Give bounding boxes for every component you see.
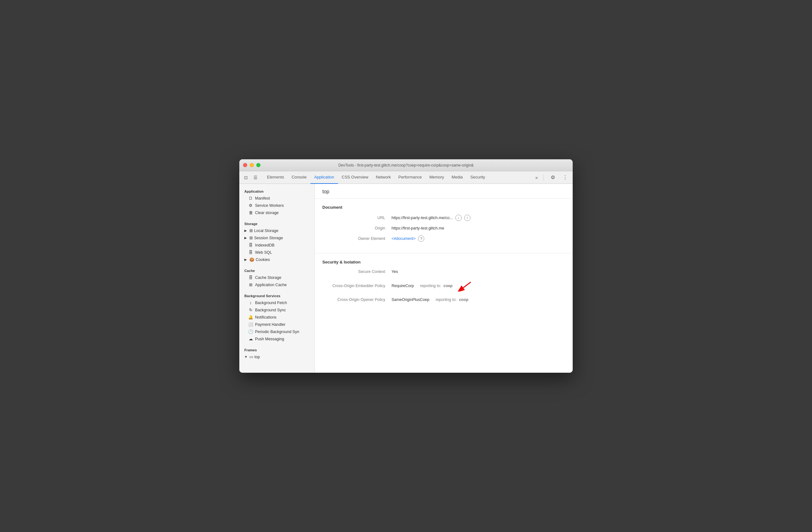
settings-button[interactable]: ⚙ — [548, 173, 557, 182]
cookies-icon: 🍪 — [249, 257, 255, 262]
sidebar-section-application: Application — [239, 186, 315, 195]
local-storage-icon: ⊞ — [249, 228, 253, 233]
tab-network[interactable]: Network — [372, 171, 395, 184]
sidebar-item-indexeddb-label: IndexedDB — [255, 243, 275, 248]
url-navigate-icon[interactable]: ↑ — [464, 215, 470, 221]
red-arrow-svg — [458, 279, 473, 292]
push-messaging-icon: ☁ — [248, 337, 253, 341]
tab-security[interactable]: Security — [467, 171, 489, 184]
sidebar-item-local-storage[interactable]: ▶ ⊞ Local Storage — [239, 227, 315, 234]
sidebar-item-session-storage-label: Session Storage — [254, 236, 283, 240]
secure-context-value-container: Yes — [392, 269, 398, 274]
sidebar-item-service-workers-label: Service Workers — [255, 204, 284, 208]
sidebar-item-notifications[interactable]: 🔔 Notifications — [239, 313, 315, 321]
tab-memory[interactable]: Memory — [425, 171, 448, 184]
origin-label: Origin — [322, 226, 392, 230]
sidebar-item-payment-handler-label: Payment Handler — [255, 322, 286, 327]
coep-label: Cross-Origin Embedder Policy — [322, 284, 392, 288]
tab-css-overview[interactable]: CSS Overview — [338, 171, 372, 184]
tab-overflow-button[interactable]: » — [534, 174, 539, 181]
security-section-title: Security & Isolation — [322, 260, 565, 264]
divider-3 — [239, 288, 315, 291]
service-workers-icon: ⚙ — [248, 203, 253, 208]
tab-application[interactable]: Application — [310, 171, 338, 184]
url-label: URL — [322, 215, 392, 220]
sidebar-item-background-sync[interactable]: ↻ Background Sync — [239, 306, 315, 313]
divider — [543, 174, 544, 181]
indexeddb-icon: 🗄 — [248, 243, 253, 248]
sidebar-item-cookies-label: Cookies — [256, 257, 270, 262]
web-sql-icon: 🗄 — [248, 250, 253, 255]
document-section-title: Document — [322, 205, 565, 210]
tab-elements[interactable]: Elements — [263, 171, 288, 184]
manifest-icon: 🗋 — [248, 196, 253, 200]
tab-performance[interactable]: Performance — [395, 171, 425, 184]
coep-row: Cross-Origin Embedder Policy RequireCorp… — [322, 279, 565, 292]
devtools-window: DevTools - first-party-test.glitch.me/co… — [239, 159, 573, 373]
divider-4 — [239, 342, 315, 345]
sidebar-item-background-fetch[interactable]: ↕ Background Fetch — [239, 299, 315, 306]
owner-element-info-icon[interactable]: ? — [418, 236, 424, 242]
sidebar-item-local-storage-label: Local Storage — [254, 228, 278, 233]
owner-element-value-container: <#document> ? — [392, 236, 424, 242]
title-bar: DevTools - first-party-test.glitch.me/co… — [239, 159, 573, 171]
sidebar-item-top-frame[interactable]: ▼ ▭ top — [239, 353, 315, 361]
content-page-title: top — [315, 184, 573, 199]
arrow-right-icon-2: ▶ — [244, 236, 248, 240]
origin-value: https://first-party-test.glitch.me — [392, 226, 444, 230]
maximize-button[interactable] — [256, 163, 260, 167]
url-value-container: https://first-party-test.glitch.me/co...… — [392, 215, 470, 221]
document-section: Document URL https://first-party-test.gl… — [315, 199, 573, 253]
sidebar-item-periodic-background-sync[interactable]: 🕐 Periodic Background Syn — [239, 328, 315, 335]
sidebar-section-cache: Cache — [239, 266, 315, 274]
coep-reporting-text: reporting to: coep — [420, 284, 452, 288]
tab-console[interactable]: Console — [288, 171, 310, 184]
sidebar-item-web-sql-label: Web SQL — [255, 250, 272, 255]
sidebar-item-cache-storage[interactable]: 🗄 Cache Storage — [239, 274, 315, 281]
clear-storage-icon: 🗑 — [248, 210, 253, 215]
sidebar-item-notifications-label: Notifications — [255, 315, 276, 320]
coep-value-container: RequireCorp reporting to: coep — [392, 279, 473, 292]
security-section: Security & Isolation Secure Context Yes … — [315, 253, 573, 313]
origin-row: Origin https://first-party-test.glitch.m… — [322, 226, 565, 230]
url-value: https://first-party-test.glitch.me/co... — [392, 215, 453, 220]
close-button[interactable] — [243, 163, 247, 167]
arrow-down-icon: ▼ — [244, 355, 248, 359]
arrow-right-icon-3: ▶ — [244, 258, 248, 261]
sidebar-item-cookies[interactable]: ▶ 🍪 Cookies — [239, 256, 315, 263]
cursor-icon-button[interactable]: ⊡ — [242, 173, 250, 182]
sidebar-item-manifest[interactable]: 🗋 Manifest — [239, 195, 315, 202]
sidebar-item-clear-storage[interactable]: 🗑 Clear storage — [239, 209, 315, 216]
sidebar-item-web-sql[interactable]: 🗄 Web SQL — [239, 249, 315, 256]
sidebar: Application 🗋 Manifest ⚙ Service Workers… — [239, 184, 315, 373]
arrow-right-icon: ▶ — [244, 229, 248, 232]
owner-element-link[interactable]: <#document> — [392, 236, 416, 241]
sidebar-item-clear-storage-label: Clear storage — [255, 211, 279, 215]
background-fetch-icon: ↕ — [248, 300, 253, 305]
minimize-button[interactable] — [250, 163, 254, 167]
more-options-button[interactable]: ⋮ — [560, 173, 570, 182]
sidebar-item-indexeddb[interactable]: 🗄 IndexedDB — [239, 241, 315, 249]
sidebar-section-storage: Storage — [239, 219, 315, 227]
secure-context-row: Secure Context Yes — [322, 269, 565, 274]
content-panel: top Document URL https://first-party-tes… — [315, 184, 573, 373]
coop-value: SameOriginPlusCoep — [392, 297, 429, 302]
cache-storage-icon: 🗄 — [248, 275, 253, 280]
device-toggle-button[interactable]: ☰ — [251, 173, 259, 182]
periodic-background-sync-icon: 🕐 — [248, 329, 253, 334]
notifications-icon: 🔔 — [248, 315, 253, 320]
sidebar-item-background-sync-label: Background Sync — [255, 308, 286, 312]
sidebar-item-push-messaging[interactable]: ☁ Push Messaging — [239, 335, 315, 342]
tab-media[interactable]: Media — [448, 171, 466, 184]
coep-endpoint: coep — [444, 284, 452, 288]
sidebar-item-payment-handler[interactable]: ⬜ Payment Handler — [239, 321, 315, 328]
sidebar-item-service-workers[interactable]: ⚙ Service Workers — [239, 202, 315, 209]
divider-2 — [239, 263, 315, 266]
window-title: DevTools - first-party-test.glitch.me/co… — [338, 163, 474, 167]
url-copy-icon[interactable]: ○ — [455, 215, 462, 221]
sidebar-section-background-services: Background Services — [239, 291, 315, 299]
sidebar-item-session-storage[interactable]: ▶ ⊞ Session Storage — [239, 234, 315, 241]
tab-icon-group: ⊡ ☰ — [242, 173, 259, 182]
svg-line-1 — [463, 282, 471, 288]
sidebar-item-application-cache[interactable]: ⊞ Application Cache — [239, 281, 315, 288]
